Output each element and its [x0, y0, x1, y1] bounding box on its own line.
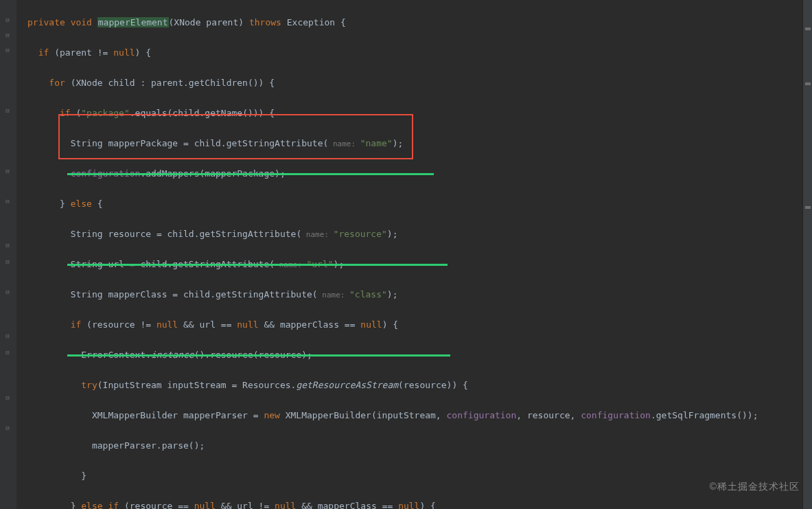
code-line: } [27, 468, 812, 484]
fold-icon[interactable]: ⊟ [4, 328, 11, 335]
watermark: ©稀土掘金技术社区 [710, 479, 800, 494]
fold-icon[interactable]: ⊟ [4, 238, 11, 245]
code-line: for (XNode child : parent.getChildren())… [27, 76, 812, 91]
code-line: String mapperClass = child.getStringAttr… [27, 287, 812, 302]
code-line: configuration.addMappers(mapperPackage); [27, 166, 812, 181]
code-line: String url = child.getStringAttribute( n… [27, 257, 812, 272]
fold-icon[interactable]: ⊟ [4, 194, 11, 201]
fold-icon[interactable]: ⊟ [4, 103, 11, 110]
error-stripe[interactable] [802, 0, 812, 509]
code-line: try(InputStream inputStream = Resources.… [27, 378, 812, 393]
fold-icon[interactable]: ⊟ [4, 12, 11, 19]
code-area[interactable]: private void mapperElement(XNode parent)… [16, 0, 812, 509]
code-line: if (resource != null && url == null && m… [27, 317, 812, 332]
code-line: XMLMapperBuilder mapperParser = new XMLM… [27, 408, 812, 423]
code-line: mapperParser.parse(); [27, 438, 812, 453]
fold-icon[interactable]: ⊟ [4, 420, 11, 427]
fold-icon[interactable]: ⊟ [4, 43, 11, 49]
fold-icon[interactable]: ⊟ [4, 27, 11, 34]
code-line: String resource = child.getStringAttribu… [27, 227, 812, 242]
code-line: String mapperPackage = child.getStringAt… [27, 136, 812, 151]
code-line: if (parent != null) { [27, 45, 812, 60]
code-line: if ("package".equals(child.getName())) { [27, 106, 812, 121]
gutter: ⊟ ⊟ ⊟ ⊟ ⊟ ⊟ ⊟ ⊟ ⊟ ⊟ ⊟ ⊟ ⊟ [0, 0, 16, 509]
code-line: private void mapperElement(XNode parent)… [27, 15, 812, 30]
fold-icon[interactable]: ⊟ [4, 163, 11, 170]
fold-icon[interactable]: ⊟ [4, 284, 11, 291]
code-line: } else { [27, 196, 812, 212]
fold-icon[interactable]: ⊟ [4, 254, 11, 261]
code-editor[interactable]: ⊟ ⊟ ⊟ ⊟ ⊟ ⊟ ⊟ ⊟ ⊟ ⊟ ⊟ ⊟ ⊟ private void m… [0, 0, 812, 509]
fold-icon[interactable]: ⊟ [4, 390, 11, 397]
code-line: ErrorContext.instance().resource(resourc… [27, 348, 812, 363]
fold-icon[interactable]: ⊟ [4, 345, 11, 352]
code-line: } else if (resource == null && url != nu… [27, 499, 812, 509]
